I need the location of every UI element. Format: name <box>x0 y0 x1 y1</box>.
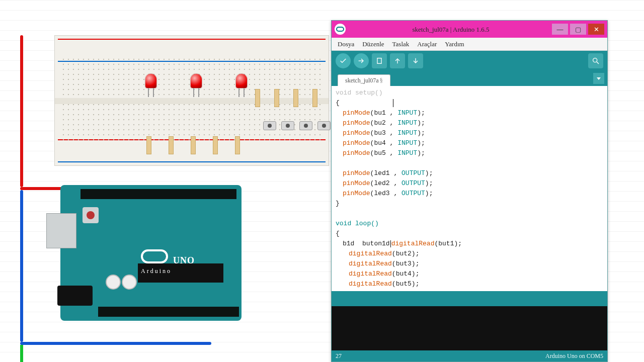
text-cursor <box>390 240 391 247</box>
close-button[interactable]: ✕ <box>588 24 604 35</box>
power-jack <box>57 286 93 306</box>
code-line: pinMode(led3 , OUTPUT); <box>336 189 603 199</box>
code-line: pinMode(bu5 , INPUT); <box>336 148 603 158</box>
led-red-2 <box>191 74 202 88</box>
board-port-indicator: Arduino Uno on COM5 <box>545 353 603 359</box>
tab-strip: sketch_jul07a§ <box>332 71 607 86</box>
arduino-icon <box>335 24 346 35</box>
window-title: sketch_jul07a | Arduino 1.6.5 <box>350 26 552 33</box>
code-line: pinMode(led2 , OUTPUT); <box>336 178 603 189</box>
code-line: b1d buton1ddigitalRead(but1); <box>336 239 603 249</box>
text-cursor <box>393 99 393 107</box>
capacitor <box>122 275 137 290</box>
sketch-tab[interactable]: sketch_jul07a§ <box>338 74 390 86</box>
arrow-up-icon <box>393 57 401 65</box>
resistor <box>312 89 317 107</box>
code-line: digitalRead(but5); <box>336 279 603 289</box>
tab-menu-button[interactable] <box>593 73 604 84</box>
capacitor <box>106 275 121 290</box>
reset-button <box>83 207 99 223</box>
menu-bar: Dosya Düzenle Taslak Araçlar Yardım <box>332 38 607 51</box>
svg-line-5 <box>597 62 599 64</box>
code-line: pinMode(bu3 , INPUT); <box>336 128 603 138</box>
svg-marker-6 <box>597 77 601 80</box>
resistor <box>293 89 298 107</box>
open-sketch-button[interactable] <box>390 53 405 68</box>
menu-edit[interactable]: Düzenle <box>359 39 387 49</box>
usb-port <box>46 213 76 248</box>
resistor <box>191 136 196 154</box>
arrow-down-icon <box>412 57 420 65</box>
code-line: digitalRead(but4); <box>336 269 603 279</box>
search-icon <box>592 57 600 65</box>
code-line: void setup() <box>336 88 603 98</box>
power-analog-headers <box>98 307 239 317</box>
line-indicator: 27 <box>336 353 342 359</box>
menu-sketch[interactable]: Taslak <box>389 39 413 49</box>
svg-rect-1 <box>377 58 381 64</box>
resistor <box>274 89 279 107</box>
tactile-button <box>299 121 312 130</box>
tactile-button <box>263 121 276 130</box>
modified-indicator: § <box>380 77 383 84</box>
led-red-3 <box>236 74 247 88</box>
footer-bar: 27 Arduino Uno on COM5 <box>332 350 607 361</box>
status-strip <box>332 291 607 306</box>
arduino-uno-board: UNO Arduino <box>60 185 242 321</box>
led-red-1 <box>145 74 156 88</box>
arduino-ide-window: sketch_jul07a | Arduino 1.6.5 — ▢ ✕ Dosy… <box>331 20 608 362</box>
resistor <box>235 136 240 154</box>
menu-file[interactable]: Dosya <box>335 39 357 49</box>
check-icon <box>339 57 347 65</box>
verify-button[interactable] <box>336 53 351 68</box>
code-line: void loop() <box>336 219 603 229</box>
save-sketch-button[interactable] <box>408 53 423 68</box>
toolbar <box>332 51 607 71</box>
code-line: digitalRead(but3); <box>336 259 603 269</box>
chevron-down-icon <box>596 75 602 81</box>
maximize-button[interactable]: ▢ <box>570 24 586 35</box>
upload-button[interactable] <box>354 53 369 68</box>
tactile-button <box>281 121 294 130</box>
minimize-button[interactable]: — <box>552 24 568 35</box>
code-line: pinMode(bu4 , INPUT); <box>336 138 603 148</box>
output-console[interactable] <box>332 306 607 350</box>
circuit-diagram: UNO Arduino <box>20 35 332 337</box>
code-line: pinMode(bu1 , INPUT); <box>336 108 603 118</box>
code-line: pinMode(bu2 , INPUT); <box>336 118 603 128</box>
resistor <box>146 136 151 154</box>
code-line: { <box>336 98 603 108</box>
resistor <box>213 136 218 154</box>
board-logo: UNO Arduino <box>141 249 195 274</box>
svg-point-4 <box>593 58 597 62</box>
code-editor[interactable]: void setup() { pinMode(bu1 , INPUT); pin… <box>332 86 607 291</box>
window-titlebar[interactable]: sketch_jul07a | Arduino 1.6.5 — ▢ ✕ <box>332 21 607 38</box>
tab-label: sketch_jul07a <box>345 77 379 84</box>
menu-tools[interactable]: Araçlar <box>414 39 440 49</box>
new-sketch-button[interactable] <box>372 53 387 68</box>
digital-headers <box>80 189 236 199</box>
arrow-right-icon <box>357 57 365 65</box>
serial-monitor-button[interactable] <box>588 53 603 68</box>
tactile-button <box>317 121 331 130</box>
code-line: } <box>336 199 603 209</box>
resistor <box>169 136 174 154</box>
resistor <box>255 89 260 107</box>
code-line: pinMode(led1 , OUTPUT); <box>336 168 603 178</box>
code-line: digitalRead(but2); <box>336 249 603 259</box>
menu-help[interactable]: Yardım <box>442 39 467 49</box>
file-icon <box>375 57 383 65</box>
breadboard <box>54 35 329 166</box>
code-line: { <box>336 229 603 239</box>
